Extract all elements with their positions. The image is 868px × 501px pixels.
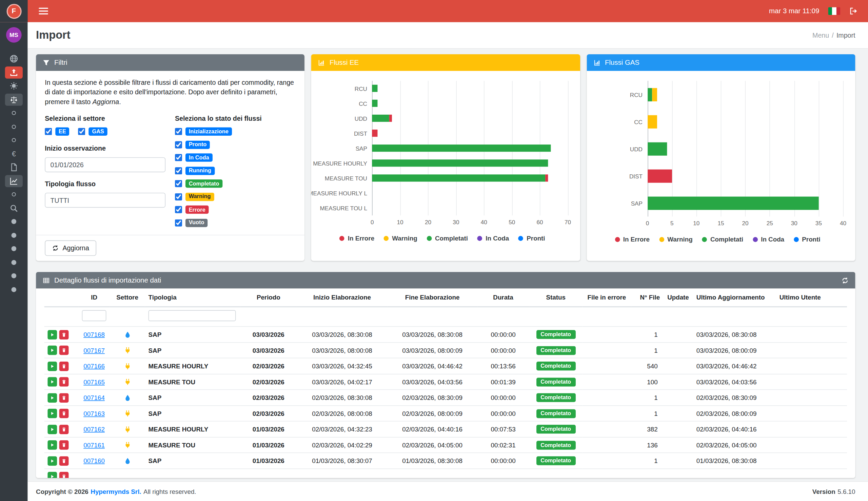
avatar[interactable]: MS xyxy=(6,27,22,43)
legend-item[interactable]: Warning xyxy=(659,236,693,243)
flow-id-link[interactable]: 007164 xyxy=(84,394,105,401)
sidebar-item-circle-outline[interactable] xyxy=(5,188,23,201)
stato-checkbox[interactable] xyxy=(175,154,182,161)
delete-flow-button[interactable] xyxy=(59,409,69,418)
delete-flow-button[interactable] xyxy=(59,393,69,403)
stato-option[interactable]: In Coda xyxy=(175,154,296,162)
run-flow-button[interactable] xyxy=(47,393,57,403)
run-flow-button[interactable] xyxy=(47,472,57,478)
settore-checkbox[interactable] xyxy=(78,128,85,135)
column-header-Fine Elaborazione[interactable]: Fine Elaborazione xyxy=(388,289,477,307)
run-flow-button[interactable] xyxy=(47,440,57,450)
delete-flow-button[interactable] xyxy=(59,330,69,339)
column-header-Settore[interactable]: Settore xyxy=(109,289,145,307)
legend-item[interactable]: In Coda xyxy=(477,235,509,242)
sidebar-item-circle-filled[interactable] xyxy=(5,269,23,283)
stato-option[interactable]: Running xyxy=(175,167,296,175)
column-header-Inizio Elaborazione[interactable]: Inizio Elaborazione xyxy=(297,289,388,307)
aggiorna-button[interactable]: Aggiorna xyxy=(45,241,96,256)
sidebar-item-upload[interactable] xyxy=(5,66,23,79)
column-header-File in errore[interactable]: File in errore xyxy=(583,289,631,307)
italy-flag-icon[interactable] xyxy=(828,7,840,15)
column-header-ID[interactable]: ID xyxy=(79,289,109,307)
column-header-Periodo[interactable]: Periodo xyxy=(240,289,297,307)
stato-option[interactable]: Completato xyxy=(175,179,296,188)
app-logo[interactable]: F xyxy=(7,4,21,19)
hamburger-icon[interactable] xyxy=(39,6,48,16)
stato-checkbox[interactable] xyxy=(175,193,182,200)
sidebar-item-scales[interactable] xyxy=(5,94,23,106)
stato-checkbox[interactable] xyxy=(175,167,182,174)
legend-item[interactable]: Completati xyxy=(702,236,743,243)
sidebar-item-circle-outline[interactable] xyxy=(5,106,23,120)
sidebar-item-circle-outline[interactable] xyxy=(5,133,23,147)
id-filter-input[interactable] xyxy=(82,310,107,322)
stato-option[interactable]: Errore xyxy=(175,205,296,214)
stato-option[interactable]: Pronto xyxy=(175,140,296,149)
sidebar-item-bug[interactable] xyxy=(5,79,23,93)
sidebar-item-circle-filled[interactable] xyxy=(5,283,23,296)
stato-option[interactable]: Inizializzazione xyxy=(175,128,296,136)
sidebar-item-euro[interactable]: € xyxy=(5,147,23,160)
legend-item[interactable]: Completati xyxy=(426,235,468,242)
delete-flow-button[interactable] xyxy=(59,425,69,434)
flow-id-link[interactable]: 007163 xyxy=(84,410,105,417)
run-flow-button[interactable] xyxy=(47,425,57,434)
sidebar-item-circle-outline[interactable] xyxy=(5,120,23,133)
stato-option[interactable]: Vuoto xyxy=(175,218,296,227)
legend-item[interactable]: Pronti xyxy=(794,236,821,243)
flow-id-link[interactable]: 007160 xyxy=(84,458,105,465)
column-header-Durata[interactable]: Durata xyxy=(477,289,529,307)
stato-checkbox[interactable] xyxy=(175,141,182,148)
sidebar-item-chart-line[interactable] xyxy=(5,175,23,187)
legend-item[interactable]: Warning xyxy=(384,235,417,242)
column-header-Tipologia[interactable]: Tipologia xyxy=(145,289,240,307)
settore-option-GAS[interactable]: GAS xyxy=(78,128,108,136)
legend-item[interactable]: In Errore xyxy=(339,235,374,242)
run-flow-button[interactable] xyxy=(47,377,57,387)
column-header-Update[interactable]: Update xyxy=(663,289,693,307)
logout-button[interactable] xyxy=(849,7,858,15)
sidebar-item-document[interactable] xyxy=(5,160,23,174)
stato-checkbox[interactable] xyxy=(175,180,182,187)
inizio-osservazione-input[interactable] xyxy=(45,157,165,172)
refresh-button[interactable] xyxy=(842,277,849,284)
flow-id-link[interactable]: 007167 xyxy=(84,347,105,354)
column-header-Status[interactable]: Status xyxy=(529,289,583,307)
delete-flow-button[interactable] xyxy=(59,472,69,478)
run-flow-button[interactable] xyxy=(47,456,57,466)
run-flow-button[interactable] xyxy=(47,346,57,355)
sidebar-item-circle-filled[interactable] xyxy=(5,255,23,269)
tipologia-flusso-input[interactable] xyxy=(45,193,165,207)
column-header-N° File[interactable]: N° File xyxy=(631,289,663,307)
column-header-Ultimo Utente[interactable]: Ultimo Utente xyxy=(776,289,847,307)
run-flow-button[interactable] xyxy=(47,409,57,418)
stato-checkbox[interactable] xyxy=(175,206,182,213)
flow-id-link[interactable]: 007165 xyxy=(84,379,105,385)
tipologia-filter-input[interactable] xyxy=(149,310,236,322)
flow-id-link[interactable]: 007161 xyxy=(84,441,105,448)
run-flow-button[interactable] xyxy=(47,362,57,371)
breadcrumb-menu[interactable]: Menu xyxy=(812,31,829,39)
stato-checkbox[interactable] xyxy=(175,219,182,226)
delete-flow-button[interactable] xyxy=(59,440,69,450)
delete-flow-button[interactable] xyxy=(59,362,69,371)
flow-id-link[interactable]: 007168 xyxy=(84,331,105,338)
column-header-Ultimo Aggiornamento[interactable]: Ultimo Aggiornamento xyxy=(693,289,776,307)
legend-item[interactable]: In Errore xyxy=(615,236,650,243)
sidebar-item-circle-filled[interactable] xyxy=(5,242,23,255)
settore-option-EE[interactable]: EE xyxy=(45,128,69,136)
company-link[interactable]: Hypermynds Srl. xyxy=(90,488,141,495)
sidebar-item-circle-filled[interactable] xyxy=(5,228,23,242)
stato-checkbox[interactable] xyxy=(175,128,182,135)
stato-option[interactable]: Warning xyxy=(175,193,296,201)
delete-flow-button[interactable] xyxy=(59,346,69,355)
run-flow-button[interactable] xyxy=(47,330,57,339)
legend-item[interactable]: Pronti xyxy=(518,235,545,242)
delete-flow-button[interactable] xyxy=(59,456,69,466)
sidebar-item-globe[interactable] xyxy=(5,52,23,65)
legend-item[interactable]: In Coda xyxy=(753,236,784,243)
sidebar-item-circle-filled[interactable] xyxy=(5,215,23,228)
delete-flow-button[interactable] xyxy=(59,377,69,387)
flow-id-link[interactable]: 007166 xyxy=(84,363,105,370)
